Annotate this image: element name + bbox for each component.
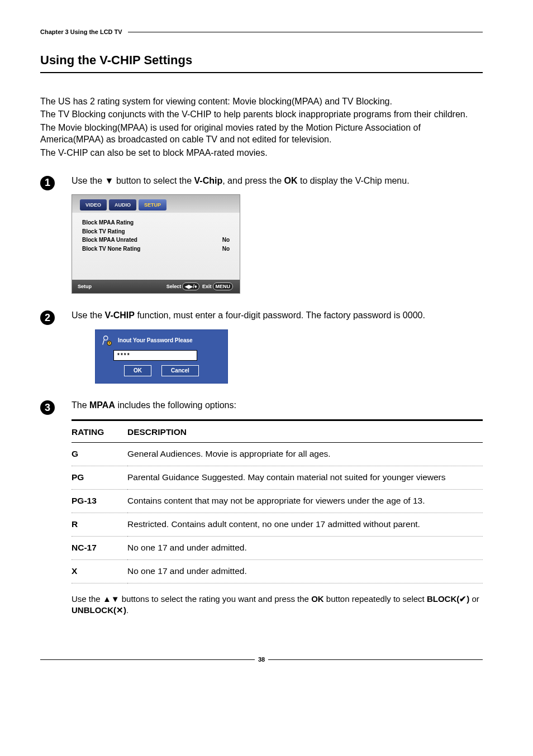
after-mid: buttons to select the rating you want an… bbox=[120, 594, 312, 604]
step1-vchip: V-Chip bbox=[194, 176, 223, 185]
osd-row-label: Block TV None Rating bbox=[82, 245, 140, 253]
intro-p4: The V-CHIP can also be set to block MPAA… bbox=[40, 147, 483, 159]
osd-tab-setup: SETUP bbox=[139, 199, 166, 210]
step2-text: Use the V-CHIP function, must enter a fo… bbox=[72, 309, 483, 322]
section-title: Using the V-CHIP Settings bbox=[40, 52, 483, 69]
step1-mid2: , and press the bbox=[222, 176, 284, 185]
step3-post: includes the following options: bbox=[115, 400, 236, 410]
step-number-3: 3 bbox=[40, 400, 55, 415]
password-title: Inout Your Password Please bbox=[118, 337, 193, 344]
after-pre: Use the bbox=[72, 594, 103, 604]
page-number: 38 bbox=[255, 655, 268, 664]
intro-p2: The TV Blocking conjuncts with the V-CHI… bbox=[40, 108, 483, 121]
unblock-label: UNBLOCK(✕) bbox=[72, 605, 126, 615]
step3-text: The MPAA includes the following options: bbox=[72, 399, 483, 412]
table-head-desc: DESCRIPTION bbox=[127, 424, 483, 443]
rating-cell: X bbox=[72, 560, 127, 583]
osd-footer: Setup Select◀▶/♦ ExitMENU bbox=[72, 280, 240, 293]
after-ok: OK bbox=[311, 594, 324, 604]
after-table-text: Use the ▲▼ buttons to select the rating … bbox=[72, 594, 483, 616]
after-or: or bbox=[469, 594, 479, 604]
osd-row-value: No bbox=[222, 245, 230, 253]
osd-body: Block MPAA Rating Block TV Rating Block … bbox=[72, 213, 240, 280]
password-ok-button: OK bbox=[124, 365, 151, 376]
desc-cell: General Audiences. Movie is appropriate … bbox=[127, 443, 483, 466]
check-icon: ✔ bbox=[459, 594, 467, 604]
step1-text: Use the ▼ button to select the V-Chip, a… bbox=[72, 175, 483, 187]
osd-footer-left: Setup bbox=[78, 283, 92, 290]
osd-footer-right: Select◀▶/♦ ExitMENU bbox=[166, 283, 234, 290]
down-arrow-icon: ▼ bbox=[105, 176, 114, 185]
step3-mpaa: MPAA bbox=[89, 400, 115, 410]
intro-p3: The Movie blocking(MPAA) is used for ori… bbox=[40, 122, 483, 146]
osd-row: Block MPAA Rating bbox=[82, 218, 230, 227]
rating-cell: PG bbox=[72, 466, 127, 490]
intro-p1: The US has 2 rating system for viewing c… bbox=[40, 95, 483, 108]
svg-rect-2 bbox=[109, 342, 110, 344]
password-field: **** bbox=[113, 350, 197, 361]
chapter-label: Chapter 3 Using the LCD TV bbox=[40, 28, 122, 36]
osd-footer-exit: Exit bbox=[202, 284, 212, 289]
osd-footer-select: Select bbox=[166, 284, 182, 289]
desc-cell: Contains content that may not be appropr… bbox=[127, 490, 483, 513]
osd-row: Block TV Rating bbox=[82, 227, 230, 236]
step1-mid: button to select the bbox=[113, 176, 194, 185]
x-icon: ✕ bbox=[116, 605, 123, 615]
osd-row: Block MPAA UnratedNo bbox=[82, 236, 230, 245]
block-label: BLOCK(✔) bbox=[427, 594, 469, 604]
table-top-rule bbox=[72, 419, 483, 421]
table-row: PGParental Guidance Suggested. May conta… bbox=[72, 466, 483, 490]
step2-pre: Use the bbox=[72, 310, 105, 320]
up-down-arrow-icon: ▲▼ bbox=[103, 594, 120, 604]
table-row: PG-13Contains content that may not be ap… bbox=[72, 490, 483, 513]
step2-vchip: V-CHIP bbox=[105, 310, 135, 320]
osd-tab-audio: AUDIO bbox=[109, 199, 136, 210]
step-3: 3 The MPAA includes the following option… bbox=[40, 399, 483, 616]
osd-screenshot: VIDEO AUDIO SETUP Block MPAA Rating Bloc… bbox=[72, 194, 240, 294]
block-text: BLOCK( bbox=[427, 594, 459, 604]
step1-pre: Use the bbox=[72, 176, 105, 185]
step1-post: to display the V-Chip menu. bbox=[298, 176, 410, 185]
step3-pre: The bbox=[72, 400, 89, 410]
mpaa-table-body: GGeneral Audiences. Movie is appropriate… bbox=[72, 443, 483, 583]
rating-cell: NC-17 bbox=[72, 537, 127, 560]
step-number-2: 2 bbox=[40, 310, 55, 325]
table-row: RRestricted. Contains adult content, no … bbox=[72, 513, 483, 537]
chapter-header: Chapter 3 Using the LCD TV bbox=[40, 28, 483, 36]
page-footer: 38 bbox=[40, 655, 483, 664]
osd-row-label: Block TV Rating bbox=[82, 228, 125, 236]
osd-tab-video: VIDEO bbox=[80, 199, 107, 210]
desc-cell: Restricted. Contains adult content, no o… bbox=[127, 513, 483, 537]
step2-post: function, must enter a four-digit passwo… bbox=[135, 310, 425, 320]
after-period: . bbox=[126, 605, 129, 615]
rating-cell: R bbox=[72, 513, 127, 537]
step-number-1: 1 bbox=[40, 176, 55, 190]
lock-icon bbox=[101, 334, 113, 347]
password-buttons: OK Cancel bbox=[101, 365, 222, 376]
osd-row-label: Block MPAA Rating bbox=[82, 219, 134, 227]
table-row: NC-17No one 17 and under admitted. bbox=[72, 537, 483, 560]
chapter-rule bbox=[128, 32, 483, 32]
mpaa-table: RATING DESCRIPTION GGeneral Audiences. M… bbox=[72, 424, 483, 583]
rating-cell: PG-13 bbox=[72, 490, 127, 513]
table-row: XNo one 17 and under admitted. bbox=[72, 560, 483, 583]
password-cancel-button: Cancel bbox=[161, 365, 199, 376]
desc-cell: No one 17 and under admitted. bbox=[127, 537, 483, 560]
desc-cell: No one 17 and under admitted. bbox=[127, 560, 483, 583]
osd-nav-icon: ◀▶/♦ bbox=[182, 283, 199, 290]
step-1: 1 Use the ▼ button to select the V-Chip,… bbox=[40, 175, 483, 294]
osd-menu-pill: MENU bbox=[213, 283, 234, 290]
intro-block: The US has 2 rating system for viewing c… bbox=[40, 95, 483, 159]
osd-row: Block TV None RatingNo bbox=[82, 245, 230, 253]
osd-row-value: No bbox=[222, 236, 230, 244]
step1-ok: OK bbox=[284, 176, 298, 185]
after-mid2: button repeatedly to select bbox=[324, 594, 427, 604]
step-2: 2 Use the V-CHIP function, must enter a … bbox=[40, 309, 483, 384]
osd-row-label: Block MPAA Unrated bbox=[82, 236, 137, 244]
password-header: Inout Your Password Please bbox=[101, 334, 222, 347]
title-rule bbox=[40, 72, 483, 73]
rating-cell: G bbox=[72, 443, 127, 466]
desc-cell: Parental Guidance Suggested. May contain… bbox=[127, 466, 483, 490]
password-dialog: Inout Your Password Please **** OK Cance… bbox=[95, 329, 228, 384]
table-row: GGeneral Audiences. Movie is appropriate… bbox=[72, 443, 483, 466]
